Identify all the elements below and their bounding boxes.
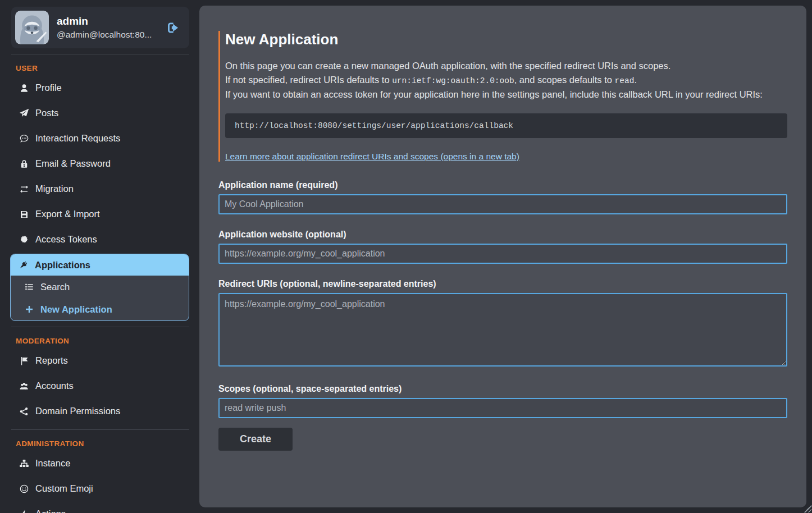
- sidebar-item-profile[interactable]: Profile: [11, 75, 189, 100]
- user-lock-icon: [18, 159, 30, 169]
- user-card[interactable]: admin @admin@localhost:80...: [11, 7, 189, 48]
- field-scopes: Scopes (optional, space-separated entrie…: [218, 384, 787, 418]
- sidebar-item-label: New Application: [40, 304, 112, 315]
- bolt-icon: [18, 509, 30, 513]
- application-website-label: Application website (optional): [218, 230, 787, 240]
- user-icon: [18, 83, 30, 93]
- list-icon: [23, 282, 35, 292]
- certificate-icon: [18, 235, 30, 245]
- callback-url-codeblock: http://localhost:8080/settings/user/appl…: [225, 113, 787, 138]
- sidebar-item-label: Export & Import: [35, 209, 100, 219]
- scopes-input[interactable]: [218, 398, 787, 418]
- sidebar-item-label: Access Tokens: [35, 234, 97, 245]
- page-description: On this page you can create a new manage…: [225, 59, 787, 102]
- create-button[interactable]: Create: [218, 428, 293, 451]
- field-application-name: Application name (required): [218, 180, 787, 214]
- main-panel: New Application On this page you can cre…: [199, 6, 806, 507]
- plus-icon: [23, 304, 35, 314]
- sidebar-item-label: Accounts: [35, 381, 74, 391]
- new-application-form: Application name (required) Application …: [218, 180, 787, 451]
- sidebar-item-posts[interactable]: Posts: [11, 100, 189, 126]
- intro-line-2: If not specified, redirect URIs defaults…: [225, 73, 787, 88]
- paper-plane-icon: [18, 108, 30, 118]
- page: admin @admin@localhost:80... USER Profil…: [0, 0, 812, 513]
- intro-line-3: If you want to obtain an access token fo…: [225, 88, 787, 102]
- sidebar-item-label: Reports: [35, 355, 68, 366]
- inline-code-read: read: [615, 76, 635, 85]
- sidebar-item-label: Search: [40, 282, 70, 292]
- sidebar-item-accounts[interactable]: Accounts: [11, 373, 189, 399]
- user-info: admin @admin@localhost:80...: [57, 15, 152, 40]
- flag-icon: [18, 356, 30, 366]
- sidebar-item-label: Migration: [35, 184, 74, 194]
- sidebar-item-label: Actions: [35, 509, 66, 513]
- section-label-administration: ADMINISTRATION: [11, 430, 189, 451]
- exchange-arrows-icon: [18, 184, 30, 194]
- sidebar-item-label: Email & Password: [35, 158, 111, 169]
- sidebar-item-actions[interactable]: Actions: [11, 501, 189, 513]
- comment-dots-icon: [18, 134, 30, 144]
- floppy-disk-icon: [18, 209, 30, 219]
- sidebar-item-custom-emoji[interactable]: Custom Emoji: [11, 476, 189, 501]
- sidebar-item-label: Applications: [35, 260, 90, 271]
- sidebar-item-export-import[interactable]: Export & Import: [11, 201, 189, 227]
- applications-group: Applications Search New Application: [10, 254, 189, 321]
- inline-code-oob: urn:ietf:wg:oauth:2.0:oob: [392, 76, 514, 85]
- sidebar-item-applications-search[interactable]: Search: [11, 276, 189, 298]
- sidebar-item-instance[interactable]: Instance: [11, 451, 189, 476]
- logout-icon[interactable]: [165, 20, 180, 35]
- application-name-label: Application name (required): [218, 180, 787, 190]
- sidebar-item-domain-permissions[interactable]: Domain Permissions: [11, 399, 189, 424]
- sidebar-item-migration[interactable]: Migration: [11, 176, 189, 201]
- sidebar-item-label: Instance: [35, 458, 70, 469]
- sidebar-item-applications-new[interactable]: New Application: [11, 298, 189, 320]
- learn-more-link[interactable]: Learn more about application redirect UR…: [225, 152, 519, 162]
- section-label-moderation: MODERATION: [11, 327, 189, 348]
- sidebar-item-reports[interactable]: Reports: [11, 348, 189, 373]
- field-redirect-uris: Redirect URIs (optional, newline-separat…: [218, 279, 787, 369]
- page-header: New Application On this page you can cre…: [218, 31, 787, 162]
- plug-icon: [17, 260, 29, 270]
- sidebar-item-label: Domain Permissions: [35, 406, 120, 416]
- smiley-icon: [18, 484, 30, 494]
- sidebar-item-interaction-requests[interactable]: Interaction Requests: [11, 126, 189, 151]
- sidebar-item-label: Interaction Requests: [35, 133, 120, 144]
- field-application-website: Application website (optional): [218, 230, 787, 264]
- section-label-user: USER: [11, 54, 189, 75]
- sidebar-item-label: Profile: [35, 83, 62, 93]
- sitemap-icon: [18, 459, 30, 469]
- sidebar-item-email-password[interactable]: Email & Password: [11, 151, 189, 176]
- sidebar-item-applications[interactable]: Applications: [11, 254, 189, 276]
- users-icon: [18, 381, 30, 391]
- redirect-uris-textarea[interactable]: [218, 293, 787, 367]
- page-title: New Application: [225, 31, 787, 48]
- sidebar-item-label: Posts: [35, 108, 58, 118]
- avatar: [15, 11, 49, 44]
- sidebar-item-label: Custom Emoji: [35, 483, 93, 494]
- intro-line-1: On this page you can create a new manage…: [225, 59, 787, 73]
- user-handle: @admin@localhost:80...: [57, 30, 152, 40]
- application-website-input[interactable]: [218, 244, 787, 264]
- scopes-label: Scopes (optional, space-separated entrie…: [218, 384, 787, 394]
- user-name: admin: [57, 15, 152, 28]
- application-name-input[interactable]: [218, 194, 787, 214]
- redirect-uris-label: Redirect URIs (optional, newline-separat…: [218, 279, 787, 289]
- share-nodes-icon: [18, 406, 30, 416]
- sidebar-item-access-tokens[interactable]: Access Tokens: [11, 227, 189, 252]
- sidebar: admin @admin@localhost:80... USER Profil…: [0, 0, 199, 513]
